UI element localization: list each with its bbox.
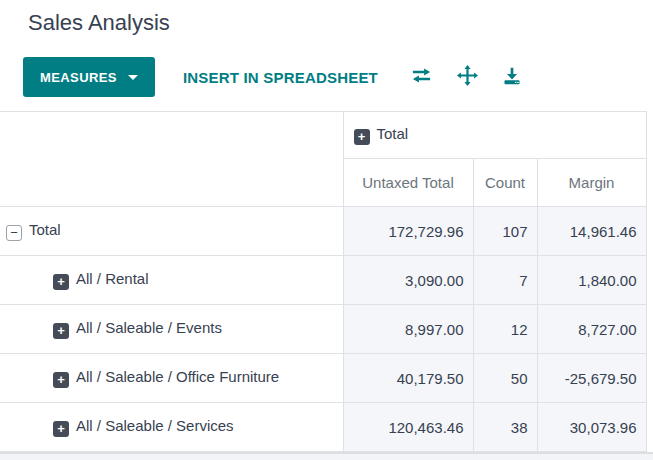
expand-icon[interactable] bbox=[354, 129, 370, 145]
flip-axis-button[interactable] bbox=[411, 66, 432, 88]
flip-axis-icon bbox=[411, 66, 432, 88]
download-icon bbox=[502, 66, 522, 89]
cell-count: 7 bbox=[473, 256, 537, 305]
column-group-row: Total bbox=[0, 112, 646, 159]
row-label-text: All / Saleable / Office Furniture bbox=[76, 368, 279, 385]
expand-icon[interactable] bbox=[53, 274, 69, 290]
measure-header-untaxed-total[interactable]: Untaxed Total bbox=[343, 159, 473, 207]
collapse-icon[interactable] bbox=[6, 225, 22, 241]
row-header-all-rental[interactable]: All / Rental bbox=[0, 256, 343, 305]
row-label-text: All / Saleable / Events bbox=[76, 319, 222, 336]
row-label-text: All / Rental bbox=[76, 270, 149, 287]
cell-margin: 8,727.00 bbox=[537, 305, 646, 354]
measures-button[interactable]: MEASURES bbox=[23, 57, 155, 97]
caret-down-icon bbox=[128, 75, 138, 80]
cell-count: 12 bbox=[473, 305, 537, 354]
expand-all-button[interactable] bbox=[457, 65, 478, 89]
cell-count: 38 bbox=[473, 403, 537, 452]
measures-button-label: MEASURES bbox=[40, 70, 117, 85]
table-row: Total 172,729.96 107 14,961.46 bbox=[0, 207, 646, 256]
cell-untaxed-total: 3,090.00 bbox=[343, 256, 473, 305]
expand-all-icon bbox=[457, 65, 478, 89]
pivot-toolbar: MEASURES INSERT IN SPREADSHEET bbox=[23, 57, 653, 97]
expand-icon[interactable] bbox=[53, 421, 69, 437]
corner-cell bbox=[0, 112, 343, 207]
cell-margin: 1,840.00 bbox=[537, 256, 646, 305]
cell-count: 50 bbox=[473, 354, 537, 403]
cell-count: 107 bbox=[473, 207, 537, 256]
page-title: Sales Analysis bbox=[28, 8, 653, 38]
row-header-all-saleable-services[interactable]: All / Saleable / Services bbox=[0, 403, 343, 452]
measure-header-count[interactable]: Count bbox=[473, 159, 537, 207]
pivot-table: Total Untaxed Total Count Margin Total 1… bbox=[0, 111, 647, 452]
row-label-text: All / Saleable / Services bbox=[76, 417, 234, 434]
next-row-partial bbox=[0, 452, 653, 460]
cell-margin: 14,961.46 bbox=[537, 207, 646, 256]
cell-margin: -25,679.50 bbox=[537, 354, 646, 403]
row-header-all-saleable-office-furniture[interactable]: All / Saleable / Office Furniture bbox=[0, 354, 343, 403]
column-group-total[interactable]: Total bbox=[343, 112, 646, 159]
cell-margin: 30,073.96 bbox=[537, 403, 646, 452]
download-button[interactable] bbox=[502, 66, 522, 89]
row-label-text: Total bbox=[29, 221, 61, 238]
table-row: All / Rental 3,090.00 7 1,840.00 bbox=[0, 256, 646, 305]
expand-icon[interactable] bbox=[53, 323, 69, 339]
column-group-label: Total bbox=[377, 125, 409, 142]
cell-untaxed-total: 40,179.50 bbox=[343, 354, 473, 403]
cell-untaxed-total: 120,463.46 bbox=[343, 403, 473, 452]
table-row: All / Saleable / Office Furniture 40,179… bbox=[0, 354, 646, 403]
row-header-total[interactable]: Total bbox=[0, 207, 343, 256]
cell-untaxed-total: 172,729.96 bbox=[343, 207, 473, 256]
cell-untaxed-total: 8,997.00 bbox=[343, 305, 473, 354]
table-row: All / Saleable / Events 8,997.00 12 8,72… bbox=[0, 305, 646, 354]
insert-in-spreadsheet-button[interactable]: INSERT IN SPREADSHEET bbox=[183, 69, 378, 86]
measure-header-margin[interactable]: Margin bbox=[537, 159, 646, 207]
table-row: All / Saleable / Services 120,463.46 38 … bbox=[0, 403, 646, 452]
row-header-all-saleable-events[interactable]: All / Saleable / Events bbox=[0, 305, 343, 354]
expand-icon[interactable] bbox=[53, 372, 69, 388]
